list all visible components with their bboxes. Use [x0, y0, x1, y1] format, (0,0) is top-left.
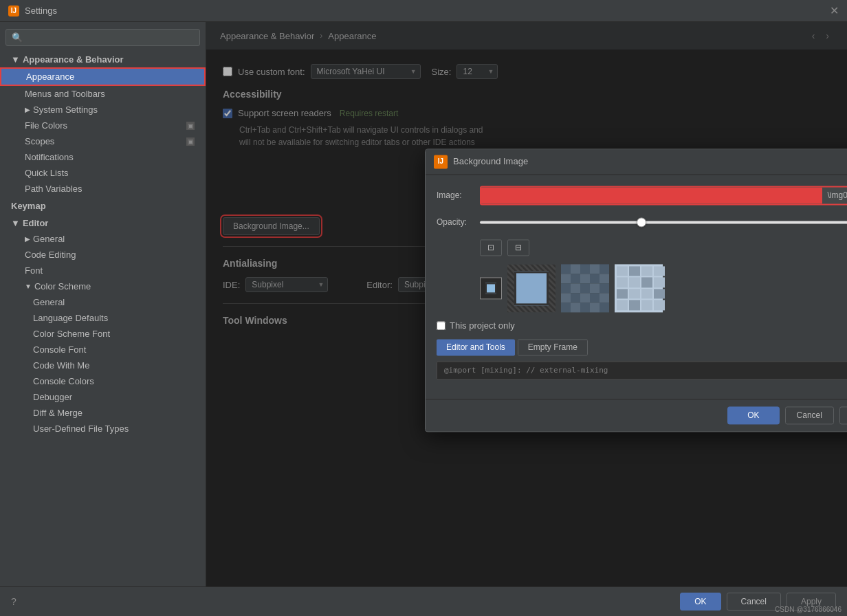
- fill-tile-button[interactable]: ⊡: [480, 239, 502, 256]
- sidebar-item-cs-console-font[interactable]: Console Font: [0, 342, 206, 358]
- file-colors-badge: ▣: [186, 122, 195, 130]
- dialog-header: IJ Background Image 选择背景图片: [426, 149, 847, 175]
- preview-scaled: [507, 264, 556, 312]
- preview-light-grid: [615, 264, 663, 312]
- preview-square: [485, 283, 496, 294]
- search-icon: 🔍: [12, 32, 23, 43]
- expand-arrow-icon: ▶: [25, 106, 30, 113]
- sidebar-item-appearance[interactable]: Appearance: [0, 67, 206, 86]
- image-row: Image: \img03.jpg ▼ ...: [437, 186, 847, 205]
- image-label: Image:: [437, 190, 474, 200]
- opacity-slider[interactable]: [480, 221, 847, 223]
- sidebar: 🔍 ▼ Appearance & Behavior Appearance Men…: [0, 22, 206, 586]
- sidebar-item-cs-lang-defaults[interactable]: Language Defaults: [0, 310, 206, 326]
- dialog-ok-button[interactable]: OK: [727, 406, 779, 424]
- dialog-app-icon: IJ: [434, 155, 448, 168]
- tab-buttons: Editor and Tools Empty Frame: [437, 339, 847, 355]
- window-title: Settings: [25, 6, 57, 16]
- tile-icon: ⊡: [487, 243, 494, 252]
- dialog-body: Image: \img03.jpg ▼ ... Opacity:: [426, 175, 847, 399]
- fill-options: ⊡ ⊟: [437, 239, 847, 256]
- editor-tools-tab[interactable]: Editor and Tools: [437, 339, 515, 355]
- footer-cancel-button[interactable]: Cancel: [727, 593, 781, 610]
- sidebar-item-menus-toolbars[interactable]: Menus and Toolbars: [0, 86, 206, 102]
- sidebar-item-path-variables[interactable]: Path Variables: [0, 181, 206, 197]
- opacity-thumb[interactable]: [637, 217, 646, 227]
- preview-area: [437, 264, 847, 312]
- sidebar-item-file-colors[interactable]: File Colors ▣: [0, 118, 206, 133]
- sidebar-item-cs-user-defined[interactable]: User-Defined File Types: [0, 421, 206, 437]
- preview-grid-container: [561, 264, 609, 312]
- opacity-label: Opacity:: [437, 217, 474, 227]
- sidebar-item-cs-debugger[interactable]: Debugger: [0, 389, 206, 405]
- scopes-badge: ▣: [186, 138, 195, 146]
- background-image-dialog: IJ Background Image 选择背景图片 Image: \img03…: [425, 148, 847, 432]
- footer-ok-button[interactable]: OK: [680, 593, 720, 610]
- sidebar-item-cs-diff-merge[interactable]: Diff & Merge: [0, 405, 206, 421]
- sidebar-item-cs-general[interactable]: General: [0, 294, 206, 310]
- expand-arrow-icon: ▼: [11, 218, 20, 228]
- opacity-row: Opacity: 15 ▲ ▼: [437, 213, 847, 231]
- image-path-text: \img03.jpg: [822, 190, 847, 200]
- project-only-checkbox[interactable]: [437, 321, 446, 330]
- sidebar-item-cs-console-colors[interactable]: Console Colors: [0, 373, 206, 389]
- app-icon: IJ: [8, 6, 19, 16]
- code-preview-text: @import [mixing]: // external-mixing: [444, 366, 608, 375]
- preview-scaled-inner: [507, 264, 556, 312]
- sidebar-item-quick-lists[interactable]: Quick Lists: [0, 165, 206, 181]
- watermark: CSDN @3176866046: [775, 606, 842, 613]
- main-content: Appearance & Behavior › Appearance ‹ › U…: [206, 22, 847, 586]
- search-box[interactable]: 🔍: [6, 29, 200, 46]
- expand-arrow-icon: ▶: [25, 235, 30, 243]
- image-input-wrapper: \img03.jpg: [480, 186, 847, 205]
- dialog-footer: OK Cancel Clear and Close: [426, 399, 847, 431]
- fill-scale-button[interactable]: ⊟: [507, 239, 529, 256]
- code-preview: @import [mixing]: // external-mixing: [437, 361, 847, 380]
- dialog-title: Background Image: [453, 156, 528, 166]
- sidebar-item-general[interactable]: ▶ General: [0, 231, 206, 247]
- empty-frame-tab[interactable]: Empty Frame: [518, 339, 588, 355]
- sidebar-item-color-scheme[interactable]: ▼ Color Scheme: [0, 278, 206, 294]
- expand-arrow-icon: ▼: [11, 54, 20, 65]
- sidebar-item-font[interactable]: Font: [0, 263, 206, 278]
- dialog-clear-button[interactable]: Clear and Close: [839, 406, 847, 424]
- sidebar-item-cs-font[interactable]: Color Scheme Font: [0, 326, 206, 342]
- scale-icon: ⊟: [515, 243, 522, 252]
- preview-center: [480, 277, 502, 299]
- title-bar: IJ Settings ✕: [0, 0, 847, 22]
- settings-footer: ? OK Cancel Apply: [0, 586, 847, 616]
- settings-window: 🔍 ▼ Appearance & Behavior Appearance Men…: [0, 22, 847, 616]
- search-input[interactable]: [25, 33, 194, 43]
- sidebar-section-keymap[interactable]: Keymap: [0, 197, 206, 214]
- project-only-label: This project only: [450, 320, 515, 331]
- close-button[interactable]: ✕: [830, 4, 839, 17]
- settings-body: 🔍 ▼ Appearance & Behavior Appearance Men…: [0, 22, 847, 586]
- expand-arrow-icon: ▼: [25, 283, 32, 290]
- sidebar-item-scopes[interactable]: Scopes ▣: [0, 133, 206, 149]
- sidebar-section-editor[interactable]: ▼ Editor: [0, 214, 206, 231]
- project-only-row: This project only: [437, 320, 847, 331]
- help-button[interactable]: ?: [11, 596, 16, 607]
- sidebar-item-cs-code-with-me[interactable]: Code With Me: [0, 358, 206, 373]
- image-path-fill: [481, 187, 822, 204]
- sidebar-item-system-settings[interactable]: ▶ System Settings: [0, 102, 206, 118]
- dialog-cancel-button[interactable]: Cancel: [785, 406, 834, 424]
- sidebar-section-appearance-behavior[interactable]: ▼ Appearance & Behavior: [0, 50, 206, 67]
- sidebar-item-code-editing[interactable]: Code Editing: [0, 247, 206, 263]
- sidebar-item-notifications[interactable]: Notifications: [0, 149, 206, 165]
- preview-frame: [514, 271, 549, 305]
